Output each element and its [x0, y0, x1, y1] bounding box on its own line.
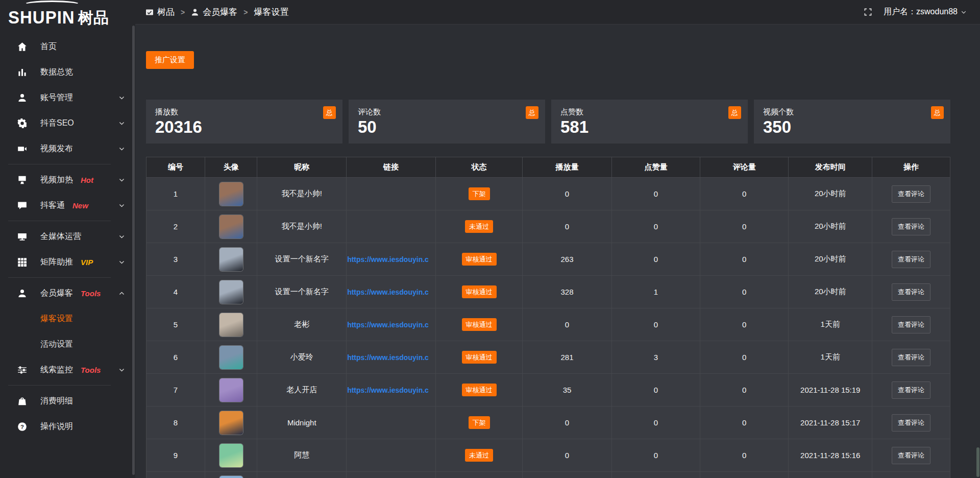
sidebar-item-label: 线索监控 — [40, 365, 73, 375]
chevron-down-icon — [118, 146, 125, 152]
brand-logo: SHUPIN 树品 — [0, 0, 135, 27]
cell-comments: 0 — [700, 407, 789, 439]
sidebar-item-consume[interactable]: 消费明细 — [0, 388, 135, 414]
chevron-down-icon — [961, 9, 967, 15]
view-comments-button[interactable]: 查看评论 — [892, 447, 930, 464]
cell-likes: 0 — [611, 210, 700, 243]
sidebar-item-label: 会员爆客 — [40, 288, 73, 299]
table-row: 6小爱玲https://www.iesdouyin.c审核通过281301天前查… — [146, 341, 950, 374]
cell-plays: 0 — [523, 407, 612, 439]
cell-plays — [523, 472, 612, 478]
column-header: 编号 — [146, 157, 205, 178]
column-header: 播放量 — [523, 157, 612, 178]
page-scrollbar[interactable] — [976, 447, 979, 477]
chat-icon — [17, 201, 27, 210]
breadcrumb-separator: > — [181, 8, 185, 16]
avatar — [219, 280, 243, 304]
video-link[interactable]: https://www.iesdouyin.c — [347, 386, 435, 394]
sidebar-item-data[interactable]: 数据总览 — [0, 59, 135, 85]
logo-cn-text: 树品 — [78, 10, 109, 26]
cell-avatar — [205, 439, 257, 472]
cell-number: 3 — [146, 243, 205, 276]
cell-likes: 0 — [611, 178, 700, 210]
cell-avatar — [205, 243, 257, 276]
videos-table: 编号头像昵称链接状态播放量点赞量评论量发布时间操作 1我不是小帅!下架00020… — [146, 157, 950, 478]
sidebar-item-douketong[interactable]: 抖客通New — [0, 193, 135, 218]
view-comments-button[interactable]: 查看评论 — [892, 316, 930, 333]
cell-comments: 0 — [700, 210, 789, 243]
cell-avatar — [205, 341, 257, 374]
user-menu[interactable]: 用户名：zswodun88 — [884, 7, 967, 17]
video-link[interactable]: https://www.iesdouyin.c — [347, 321, 435, 329]
sidebar-item-clue[interactable]: 线索监控Tools — [0, 357, 135, 383]
question-icon: ? — [17, 422, 27, 432]
chevron-down-icon — [118, 233, 125, 240]
home-icon — [17, 42, 27, 52]
sidebar-item-member[interactable]: 会员爆客Tools — [0, 280, 135, 306]
cell-nickname: 我不是小帅! — [257, 210, 347, 243]
video-link[interactable]: https://www.iesdouyin.c — [347, 353, 435, 362]
sidebar-item-publish[interactable]: 视频发布 — [0, 136, 135, 161]
view-comments-button[interactable]: 查看评论 — [892, 283, 930, 301]
view-comments-button[interactable]: 查看评论 — [892, 185, 930, 203]
sidebar-item-matrix[interactable]: 矩阵助推VIP — [0, 249, 135, 275]
stat-total-badge: 总 — [526, 106, 538, 119]
cell-avatar — [205, 210, 257, 243]
sidebar-subitem-activity-settings[interactable]: 活动设置 — [0, 331, 135, 357]
view-comments-button[interactable]: 查看评论 — [892, 251, 930, 268]
fullscreen-icon[interactable] — [864, 8, 872, 16]
cell-plays: 0 — [523, 439, 612, 472]
view-comments-button[interactable]: 查看评论 — [892, 414, 930, 432]
cell-likes: 0 — [611, 407, 700, 439]
sidebar-item-media[interactable]: 全媒体运营 — [0, 224, 135, 249]
cell-status: 审核通过 — [435, 276, 522, 308]
promo-settings-button[interactable]: 推广设置 — [146, 51, 194, 69]
column-header: 评论量 — [700, 157, 789, 178]
sidebar-divider — [8, 385, 111, 386]
column-header: 发布时间 — [789, 157, 872, 178]
sidebar-item-help[interactable]: ?操作说明 — [0, 414, 135, 439]
cell-time: 2021-11-28 15:19 — [789, 374, 872, 407]
column-header: 链接 — [347, 157, 436, 178]
monitor-icon — [17, 232, 27, 242]
breadcrumb-item-shupin[interactable]: 树品 — [145, 6, 175, 18]
sidebar-item-label: 数据总览 — [40, 67, 73, 78]
view-comments-button[interactable]: 查看评论 — [892, 349, 930, 366]
sidebar-item-heat[interactable]: 视频加热Hot — [0, 167, 135, 193]
view-comments-button[interactable]: 查看评论 — [892, 381, 930, 399]
stat-total-badge: 总 — [323, 106, 336, 119]
cell-time: 20小时前 — [789, 243, 872, 276]
cell-likes: 0 — [611, 439, 700, 472]
sidebar-item-label: 抖客通 — [40, 200, 65, 211]
sidebar-scrollbar[interactable] — [132, 26, 135, 475]
chevron-down-icon — [118, 94, 125, 101]
cell-number: 4 — [146, 276, 205, 308]
sidebar-item-douyin-seo[interactable]: 抖音SEO — [0, 110, 135, 136]
avatar — [219, 378, 243, 402]
view-comments-button[interactable]: 查看评论 — [892, 218, 930, 235]
chevron-down-icon — [118, 120, 125, 127]
stat-label: 视频个数 — [763, 107, 950, 117]
cell-status: 未通过 — [435, 210, 522, 243]
svg-text:?: ? — [20, 423, 24, 429]
cell-likes: 0 — [611, 374, 700, 407]
sidebar-subitem-baoke-settings[interactable]: 爆客设置 — [0, 306, 135, 331]
stat-label: 评论数 — [358, 107, 545, 117]
table-row: 4设置一个新名字https://www.iesdouyin.c审核通过32810… — [146, 276, 950, 308]
video-link[interactable]: https://www.iesdouyin.c — [347, 288, 435, 296]
sidebar-item-account[interactable]: 账号管理 — [0, 85, 135, 110]
breadcrumb-item-member[interactable]: 会员爆客 — [191, 6, 237, 18]
video-link[interactable]: https://www.iesdouyin.c — [347, 255, 435, 264]
sidebar-item-label: 视频发布 — [40, 144, 73, 154]
sidebar-item-home[interactable]: 首页 — [0, 34, 135, 59]
sidebar-item-badge: Tools — [81, 366, 101, 374]
sidebar-item-badge: New — [72, 201, 88, 210]
stat-card-likes: 点赞数581总 — [551, 100, 748, 144]
cell-nickname: 设置一个新名字 — [257, 276, 347, 308]
cell-actions: 查看评论 — [872, 308, 950, 341]
sidebar-divider — [8, 277, 111, 278]
sidebar-divider — [8, 221, 111, 221]
sidebar-item-label: 首页 — [40, 41, 57, 52]
table-row: 3设置一个新名字https://www.iesdouyin.c审核通过26300… — [146, 243, 950, 276]
breadcrumb-label: 会员爆客 — [203, 6, 237, 18]
